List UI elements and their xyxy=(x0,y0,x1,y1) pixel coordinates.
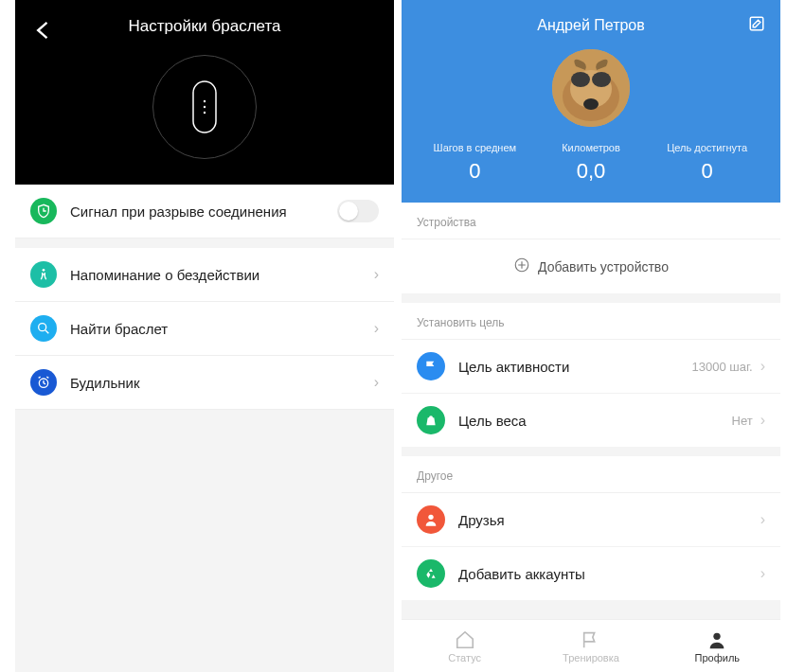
profile-header: Андрей Петров Шагов в среднем 0 Килом xyxy=(402,0,780,203)
weight-goal-row[interactable]: Цель веса Нет › xyxy=(402,394,780,447)
friends-row[interactable]: Друзья › xyxy=(402,493,780,547)
back-arrow-icon[interactable] xyxy=(30,17,57,49)
flag-icon xyxy=(417,352,445,380)
chevron-right-icon: › xyxy=(760,358,765,375)
goals-section: Установить цель Цель активности 13000 ша… xyxy=(402,303,780,447)
devices-section: Устройства Добавить устройство xyxy=(402,203,780,293)
shield-icon xyxy=(30,198,57,224)
tab-workout-label: Тренировка xyxy=(563,652,619,663)
svg-point-16 xyxy=(428,515,433,520)
stat-goal-value: 0 xyxy=(649,159,765,184)
chevron-right-icon: › xyxy=(760,511,765,528)
other-title: Другое xyxy=(402,456,780,493)
stat-goal: Цель достигнута 0 xyxy=(649,142,765,184)
svg-rect-7 xyxy=(750,17,763,30)
idle-reminder-row[interactable]: Напоминание о бездействии › xyxy=(15,248,394,302)
avatar[interactable] xyxy=(552,49,630,127)
stat-km-label: Километров xyxy=(533,142,650,153)
svg-point-15 xyxy=(429,416,433,419)
weight-icon xyxy=(417,406,445,434)
alarm-clock-icon xyxy=(30,369,57,396)
stat-km: Километров 0,0 xyxy=(533,142,650,184)
svg-point-11 xyxy=(571,72,590,87)
chevron-right-icon: › xyxy=(374,374,379,391)
activity-goal-label: Цель активности xyxy=(458,359,691,375)
find-band-label: Найти браслет xyxy=(70,321,374,337)
user-name: Андрей Петров xyxy=(417,13,765,34)
tab-status[interactable]: Статус xyxy=(402,620,528,672)
page-title: Настройки браслета xyxy=(30,13,379,36)
other-section: Другое Друзья › Добавить аккаунты › xyxy=(402,456,780,600)
settings-header: Настройки браслета xyxy=(15,0,394,185)
friends-icon xyxy=(417,505,445,534)
left-phone-screen: Настройки браслета Сигнал при разрыве со… xyxy=(15,0,394,672)
svg-point-13 xyxy=(583,98,599,110)
friends-label: Друзья xyxy=(458,512,760,528)
chevron-right-icon: › xyxy=(374,266,379,283)
weight-goal-value: Нет xyxy=(732,414,753,428)
add-device-label: Добавить устройство xyxy=(538,259,669,274)
activity-goal-row[interactable]: Цель активности 13000 шаг. › xyxy=(402,340,780,394)
tab-status-label: Статус xyxy=(448,652,481,663)
list-gap xyxy=(15,239,394,248)
add-accounts-row[interactable]: Добавить аккаунты › xyxy=(402,547,780,600)
add-device-row[interactable]: Добавить устройство xyxy=(402,239,780,293)
right-phone-screen: Андрей Петров Шагов в среднем 0 Килом xyxy=(402,0,780,672)
stat-steps-value: 0 xyxy=(417,159,533,184)
recycle-icon xyxy=(417,559,445,588)
edit-icon[interactable] xyxy=(748,15,765,36)
device-image xyxy=(152,55,257,159)
tab-workout[interactable]: Тренировка xyxy=(528,620,653,672)
stat-steps-label: Шагов в среднем xyxy=(417,142,533,153)
stats-row: Шагов в среднем 0 Километров 0,0 Цель до… xyxy=(417,142,765,184)
tab-bar: Статус Тренировка Профиль xyxy=(402,619,780,672)
search-icon xyxy=(30,315,57,342)
goals-title: Установить цель xyxy=(402,303,780,340)
weight-goal-label: Цель веса xyxy=(458,413,732,429)
disconnect-toggle[interactable] xyxy=(337,200,379,222)
add-accounts-label: Добавить аккаунты xyxy=(458,566,760,582)
settings-list: Сигнал при разрыве соединения Напоминани… xyxy=(15,185,394,410)
chevron-right-icon: › xyxy=(760,412,765,429)
tab-profile[interactable]: Профиль xyxy=(654,620,780,672)
chevron-right-icon: › xyxy=(374,320,379,337)
svg-point-3 xyxy=(204,112,206,114)
svg-point-17 xyxy=(714,632,721,639)
plus-circle-icon xyxy=(513,256,530,276)
devices-title: Устройства xyxy=(402,203,780,239)
alarm-row[interactable]: Будильник › xyxy=(15,356,394,410)
chevron-right-icon: › xyxy=(760,565,765,582)
svg-point-12 xyxy=(592,72,611,87)
alarm-label: Будильник xyxy=(70,375,374,391)
svg-point-5 xyxy=(39,324,46,331)
svg-point-1 xyxy=(204,100,206,102)
tab-profile-label: Профиль xyxy=(695,652,741,663)
find-band-row[interactable]: Найти браслет › xyxy=(15,302,394,356)
svg-point-4 xyxy=(43,269,45,272)
svg-point-2 xyxy=(204,106,206,108)
stat-goal-label: Цель достигнута xyxy=(649,142,765,153)
activity-goal-value: 13000 шаг. xyxy=(691,360,752,374)
activity-icon xyxy=(30,261,57,288)
stat-steps: Шагов в среднем 0 xyxy=(417,142,533,184)
disconnect-alert-row[interactable]: Сигнал при разрыве соединения xyxy=(15,185,394,239)
disconnect-alert-label: Сигнал при разрыве соединения xyxy=(70,203,337,220)
stat-km-value: 0,0 xyxy=(533,159,650,184)
idle-reminder-label: Напоминание о бездействии xyxy=(70,267,374,283)
